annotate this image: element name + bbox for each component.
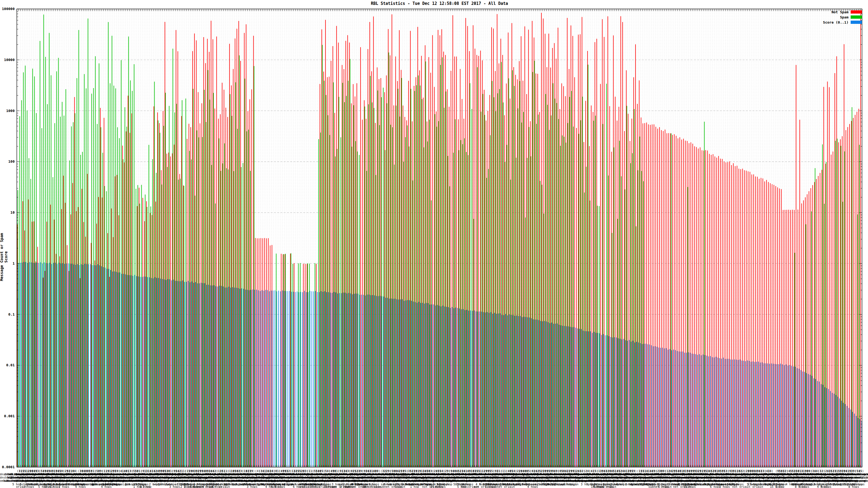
spam-bar bbox=[643, 182, 644, 467]
not-spam-bar bbox=[543, 19, 544, 467]
y-tick-label: 10000 bbox=[4, 58, 14, 62]
not-spam-bar bbox=[235, 38, 236, 467]
score-bar bbox=[400, 299, 401, 467]
score-bar bbox=[806, 373, 807, 467]
not-spam-bar bbox=[427, 122, 427, 467]
score-bar bbox=[87, 264, 87, 467]
spam-bar bbox=[298, 263, 299, 467]
spam-bar bbox=[56, 71, 57, 467]
not-spam-bar bbox=[499, 63, 499, 467]
score-bar bbox=[444, 306, 445, 467]
y-tick-label: 10 bbox=[10, 210, 14, 215]
spam-bar bbox=[178, 180, 179, 467]
score-bar bbox=[813, 378, 814, 467]
score-bar bbox=[476, 311, 476, 467]
spam-bar bbox=[91, 94, 92, 467]
not-spam-bar bbox=[751, 174, 752, 467]
spam-bar bbox=[540, 181, 540, 467]
score-bar bbox=[529, 318, 530, 467]
not-spam-bar bbox=[838, 142, 839, 467]
not-spam-bar bbox=[587, 51, 588, 467]
not-spam-bar bbox=[631, 119, 632, 467]
not-spam-bar bbox=[836, 56, 837, 467]
score-bar bbox=[363, 295, 364, 467]
spam-bar bbox=[510, 180, 511, 467]
spam-bar bbox=[69, 161, 70, 467]
spam-bar bbox=[815, 168, 815, 467]
spam-bar bbox=[62, 102, 62, 467]
legend-label-spam: Spam bbox=[840, 15, 848, 19]
score-bar bbox=[575, 328, 576, 467]
score-bar bbox=[688, 352, 688, 467]
score-bar bbox=[278, 291, 279, 467]
not-spam-bar bbox=[454, 56, 455, 467]
not-spam-bar bbox=[224, 90, 224, 467]
not-spam-bar bbox=[70, 215, 71, 467]
not-spam-bar bbox=[54, 220, 55, 467]
not-spam-bar bbox=[689, 143, 689, 467]
y-tick-label: 1 bbox=[12, 261, 14, 265]
not-spam-bar bbox=[161, 170, 161, 467]
spam-bar bbox=[455, 119, 456, 467]
score-bar bbox=[208, 285, 209, 467]
spam-bar bbox=[318, 139, 319, 467]
not-spam-bar bbox=[406, 120, 407, 467]
score-bar bbox=[413, 301, 414, 467]
spam-bar bbox=[20, 116, 20, 467]
score-bar bbox=[467, 310, 467, 467]
score-bar bbox=[618, 338, 618, 467]
score-bar bbox=[230, 288, 231, 467]
not-spam-bar bbox=[521, 36, 521, 467]
not-spam-bar bbox=[683, 139, 684, 467]
not-spam-bar bbox=[432, 35, 433, 467]
spam-bar bbox=[377, 91, 378, 467]
score-bar bbox=[642, 344, 642, 467]
score-bar bbox=[550, 323, 550, 467]
score-bar bbox=[332, 293, 332, 467]
score-bar bbox=[766, 363, 766, 467]
y-tick-label: 0.01 bbox=[6, 363, 14, 367]
y-tick-label: 0.0001 bbox=[2, 465, 14, 469]
not-spam-bar bbox=[512, 23, 512, 467]
score-bar bbox=[441, 306, 441, 467]
not-spam-bar bbox=[37, 247, 38, 467]
spam-bar bbox=[496, 111, 496, 467]
score-bar bbox=[821, 384, 822, 467]
spam-bar bbox=[228, 169, 228, 467]
spam-bar bbox=[440, 65, 441, 467]
score-bar bbox=[81, 264, 82, 467]
score-bar bbox=[348, 293, 349, 467]
not-spam-bar bbox=[209, 52, 209, 467]
spam-bar bbox=[84, 74, 85, 467]
score-bar bbox=[692, 354, 692, 467]
spam-bar bbox=[40, 41, 40, 467]
spam-bar bbox=[88, 19, 88, 467]
not-spam-bar bbox=[240, 61, 241, 467]
score-bar bbox=[105, 268, 105, 467]
score-bar bbox=[671, 350, 672, 467]
not-spam-bar bbox=[643, 123, 643, 467]
score-bar bbox=[843, 403, 844, 467]
not-spam-bar bbox=[144, 221, 145, 467]
score-bar bbox=[740, 359, 740, 467]
score-bar bbox=[838, 397, 838, 467]
score-bar bbox=[717, 358, 718, 467]
score-bar bbox=[210, 286, 211, 467]
score-bar bbox=[415, 302, 415, 467]
spam-bar bbox=[186, 98, 186, 467]
spam-bar bbox=[582, 97, 583, 467]
spam-bar bbox=[606, 84, 607, 467]
spam-bar bbox=[514, 86, 515, 467]
score-bar bbox=[657, 347, 657, 467]
not-spam-bar bbox=[714, 156, 715, 467]
not-spam-bar bbox=[810, 188, 811, 467]
score-bar bbox=[304, 291, 305, 467]
score-bar bbox=[564, 326, 565, 467]
not-spam-bar bbox=[560, 109, 560, 467]
score-bar bbox=[20, 263, 21, 467]
not-spam-bar bbox=[67, 245, 67, 467]
spam-bar bbox=[431, 200, 432, 467]
not-spam-bar bbox=[159, 123, 160, 467]
not-spam-bar bbox=[761, 178, 762, 467]
not-spam-bar bbox=[550, 67, 551, 467]
